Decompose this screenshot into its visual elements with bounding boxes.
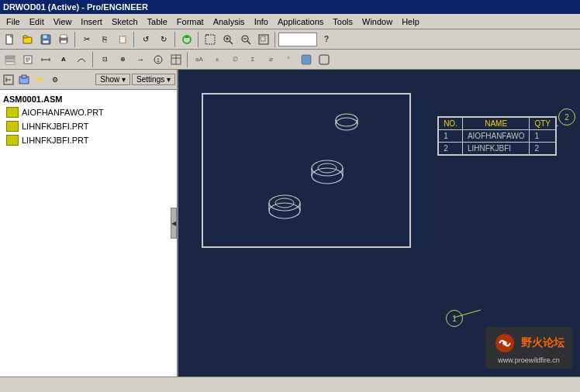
help-button[interactable]: ? [318,31,335,48]
menu-sketch[interactable]: Sketch [107,15,143,28]
table-btn[interactable] [167,51,185,68]
balloon-1-label: 1 [452,315,457,323]
svg-line-18 [247,41,250,44]
menu-file[interactable]: File [2,15,25,28]
watermark-logo-icon [493,332,516,355]
menu-view[interactable]: View [49,15,77,28]
svg-point-61 [502,341,507,346]
bom-header-row: NO. NAME QTY [439,118,556,130]
tree-root-label: ASM0001.ASM [3,93,174,105]
svg-rect-37 [302,55,311,64]
watermark-text: 野火论坛 [521,336,564,350]
title-bar: DRWOD01 (Active) - Pro/ENGINEER [0,0,580,14]
model-tree: ASM0001.ASM AIOFHANFAWO.PRT LIHNFKJBFI.P… [0,90,177,377]
svg-rect-4 [43,35,47,39]
view-wire-btn[interactable] [316,51,333,68]
view-shading-btn[interactable] [298,51,315,68]
bom-header-no: NO. [439,118,463,130]
copy-button[interactable]: ⎘ [96,31,113,48]
bom-row0-no: 1 [439,130,463,143]
gtol-btn[interactable]: ⊡ [96,51,113,68]
fmt-btn2[interactable]: ± [209,51,226,68]
bom-row1-name: LIHNFKJBFI [462,143,530,155]
bom-row-1: 2 LIHNFKJBFI 2 [439,143,556,155]
tree-item-0[interactable]: AIOFHANFAWO.PRT [3,105,174,119]
paste-button[interactable]: 📋 [114,31,131,48]
menu-applications[interactable]: Applications [273,15,328,28]
dim-btn[interactable] [37,51,54,68]
new-button[interactable] [2,31,19,48]
watermark: 野火论坛 www.proewildfire.cn [485,327,572,369]
menu-edit[interactable]: Edit [25,15,49,28]
fmt-btn3[interactable]: ∅ [226,51,243,68]
undo-button[interactable]: ↺ [137,31,154,48]
zoom-input[interactable] [278,33,317,46]
bom-header-name: NAME [462,118,530,130]
bom-row0-name: AIOFHANFAWO [462,130,530,143]
menu-analysis[interactable]: Analysis [209,15,250,28]
print-button[interactable] [55,31,72,48]
svg-rect-22 [5,56,15,58]
panel-icon1[interactable] [2,73,16,87]
panel-icon3[interactable]: ★ [33,73,47,87]
menu-table[interactable]: Table [143,15,172,28]
collapse-handle[interactable]: ◀ [171,208,177,239]
bom-row-0: 1 AIOFHANFAWO 1 [439,130,556,143]
fmt-btn6[interactable]: ° [280,51,297,68]
sym-btn[interactable]: A [55,51,72,68]
watermark-url: www.proewildfire.cn [498,356,560,364]
separator3 [174,32,176,47]
svg-text:1: 1 [157,57,160,63]
balloon-btn[interactable]: 1 [150,51,167,68]
tree-item-2[interactable]: LIHNFKJBFI.PRT [3,133,174,147]
bom-table: NO. NAME QTY 1 AIOFHANFAWO 1 2 LIHNFKJBF… [437,116,557,156]
window-zoom-button[interactable] [255,31,272,48]
fmt-btn5[interactable]: ⌀ [262,51,279,68]
menu-tools[interactable]: Tools [328,15,357,28]
redo-button[interactable]: ↻ [155,31,172,48]
svg-line-14 [230,41,233,44]
layer-btn[interactable] [2,51,19,68]
tree-label-0: AIOFHANFAWO.PRT [22,108,104,117]
panel-icon4[interactable]: ⚙ [48,73,62,87]
arrow-btn[interactable]: → [132,51,149,68]
regen-button[interactable] [178,31,195,48]
zoom-fit-button[interactable] [202,31,219,48]
balloon-1: 1 [446,310,463,327]
menu-info[interactable]: Info [250,15,273,28]
svg-rect-43 [22,75,26,78]
toolbar-row2: A ⊡ ⊕ → 1 aA ± ∅ Σ ⌀ ° [0,50,580,70]
separator4 [198,32,199,47]
svg-rect-21 [261,36,265,41]
bom-table-inner: NO. NAME QTY 1 AIOFHANFAWO 1 2 LIHNFKJBF… [438,117,556,155]
watermark-top: 野火论坛 [493,332,564,355]
drawing-area[interactable]: 2 1 NO. NAME QTY 1 AIOFHANFAWO 1 [178,70,580,377]
note-btn[interactable] [19,51,36,68]
menu-window[interactable]: Window [357,15,397,28]
svg-rect-5 [43,40,49,43]
panel-icon2[interactable] [17,73,31,87]
settings-button[interactable]: Settings ▾ [132,74,175,85]
svg-rect-23 [5,59,15,61]
surface-btn[interactable] [73,51,90,68]
menu-insert[interactable]: Insert [76,15,107,28]
menu-help[interactable]: Help [397,15,424,28]
zoom-out-button[interactable] [237,31,254,48]
save-button[interactable] [37,31,54,48]
tree-icon-0 [6,107,19,118]
zoom-in-button[interactable] [219,31,236,48]
menu-format[interactable]: Format [172,15,209,28]
fmt-btn4[interactable]: Σ [244,51,261,68]
tree-item-1[interactable]: LIHNFKJBFI.PRT [3,119,174,133]
fmt-btn1[interactable]: aA [191,51,208,68]
separator7 [187,52,188,67]
bom-row1-no: 2 [439,143,463,155]
separator5 [274,32,276,47]
svg-rect-38 [319,55,329,64]
cut-button[interactable]: ✂ [78,31,95,48]
show-button[interactable]: Show ▾ [95,74,130,85]
ref-btn[interactable]: ⊕ [114,51,131,68]
open-button[interactable] [19,31,36,48]
tree-icon-1 [6,121,19,132]
main-area: ★ ⚙ Show ▾ Settings ▾ ASM0001.ASM AIOFHA… [0,70,580,377]
